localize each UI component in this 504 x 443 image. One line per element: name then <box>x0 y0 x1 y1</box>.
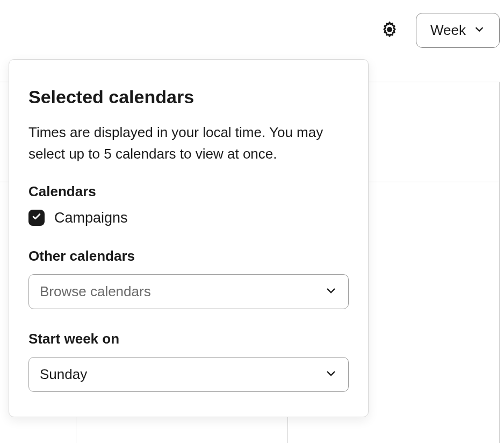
start-week-label: Start week on <box>28 331 349 347</box>
popover-title: Selected calendars <box>28 87 349 108</box>
toolbar: Week <box>376 13 500 48</box>
start-week-select[interactable]: Sunday <box>28 357 349 392</box>
select-placeholder: Browse calendars <box>40 283 151 300</box>
check-icon <box>32 212 41 224</box>
select-value: Sunday <box>40 366 87 383</box>
gear-icon <box>380 20 399 40</box>
browse-calendars-select[interactable]: Browse calendars <box>28 274 349 309</box>
chevron-down-icon <box>325 284 337 299</box>
view-selector[interactable]: Week <box>416 13 500 48</box>
calendar-settings-popover: Selected calendars Times are displayed i… <box>9 59 369 417</box>
chevron-down-icon <box>473 22 485 39</box>
popover-description: Times are displayed in your local time. … <box>28 122 349 165</box>
other-calendars-label: Other calendars <box>28 248 349 265</box>
svg-point-0 <box>387 27 391 31</box>
calendar-checkbox[interactable] <box>28 210 45 226</box>
calendars-section-label: Calendars <box>28 183 349 200</box>
settings-button[interactable] <box>376 16 403 45</box>
calendar-checkbox-label: Campaigns <box>54 210 128 226</box>
view-label: Week <box>430 22 466 39</box>
calendar-checkbox-row[interactable]: Campaigns <box>28 210 349 226</box>
chevron-down-icon <box>325 367 337 382</box>
